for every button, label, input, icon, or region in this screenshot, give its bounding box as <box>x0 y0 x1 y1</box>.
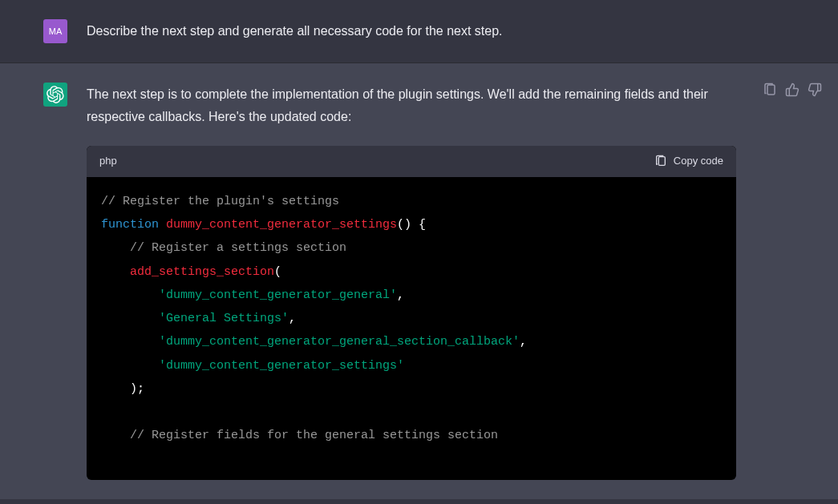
assistant-message-text: The next step is to complete the impleme… <box>87 83 736 128</box>
thumbs-up-icon <box>785 83 800 97</box>
code-comment: // Register a settings section <box>130 241 346 255</box>
code-keyword: function <box>101 218 159 232</box>
code-comma: , <box>289 312 296 325</box>
code-string: 'dummy_content_generator_general' <box>159 288 397 302</box>
svg-rect-1 <box>767 85 775 95</box>
assistant-message-row: The next step is to complete the impleme… <box>0 63 838 499</box>
thumbs-down-button[interactable] <box>808 83 822 100</box>
openai-logo-icon <box>47 86 64 103</box>
copy-code-label: Copy code <box>674 152 723 171</box>
code-language-label: php <box>99 152 117 171</box>
user-avatar: MA <box>43 19 67 43</box>
user-avatar-initials: MA <box>49 26 63 36</box>
assistant-avatar <box>43 83 67 107</box>
code-string: 'dummy_content_generator_settings' <box>159 359 404 373</box>
code-plain: () { <box>397 218 426 232</box>
svg-rect-0 <box>658 157 665 166</box>
assistant-actions <box>763 83 822 100</box>
code-function-name: dummy_content_generator_settings <box>166 218 397 232</box>
code-string: 'General Settings' <box>159 312 289 325</box>
thumbs-down-icon <box>808 83 822 97</box>
code-comment: // Register fields for the general setti… <box>130 429 498 442</box>
code-comma: , <box>397 288 404 302</box>
code-plain: ( <box>274 265 281 279</box>
code-block: php Copy code // Register the plugin's s… <box>87 146 736 480</box>
thumbs-up-button[interactable] <box>785 83 800 100</box>
user-message-row: MA Describe the next step and generate a… <box>0 0 838 63</box>
copy-message-button[interactable] <box>763 83 777 100</box>
clipboard-icon <box>654 155 667 167</box>
user-message-text: Describe the next step and generate all … <box>87 19 736 43</box>
code-content: // Register the plugin's settings functi… <box>87 177 736 480</box>
code-function-call: add_settings_section <box>130 265 274 279</box>
assistant-content: The next step is to complete the impleme… <box>87 83 736 480</box>
copy-code-button[interactable]: Copy code <box>654 152 723 171</box>
code-comma: , <box>520 335 527 349</box>
code-comment: // Register the plugin's settings <box>101 195 339 208</box>
code-string: 'dummy_content_generator_general_section… <box>159 335 520 349</box>
clipboard-icon <box>763 83 777 97</box>
code-plain: ); <box>130 382 144 396</box>
code-header: php Copy code <box>87 146 736 177</box>
